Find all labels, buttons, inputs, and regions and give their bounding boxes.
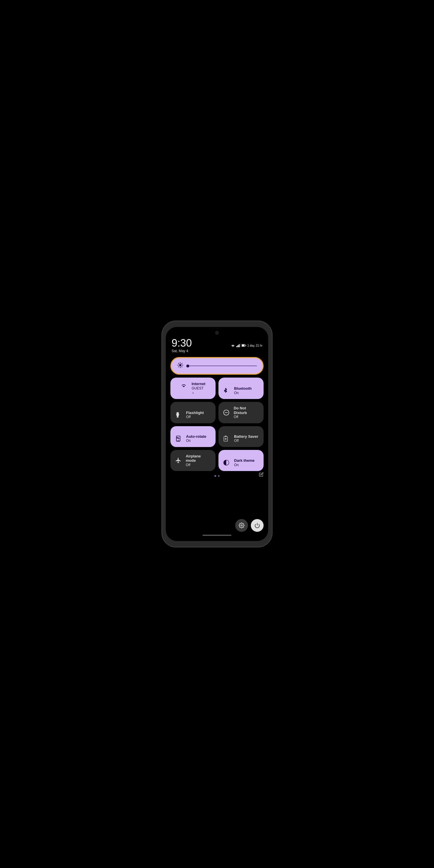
dnd-label: Do Not Disturb [234,406,259,415]
airplane-tile-text: Airplane mode Off [186,454,211,467]
auto-rotate-tile[interactable]: Auto-rotate On [170,426,216,447]
auto-rotate-icon [175,435,183,442]
brightness-track[interactable] [186,365,257,366]
signal-icon [237,344,241,347]
quick-settings-panel: Internet GUEST › [166,354,268,482]
bluetooth-tile[interactable]: Bluetooth On [218,378,264,399]
svg-line-14 [179,367,179,367]
svg-rect-6 [246,345,246,346]
auto-rotate-label: Auto-rotate [186,434,206,439]
bottom-buttons [166,519,268,535]
flashlight-tile-content: Flashlight Off [175,410,211,419]
dark-theme-label: Dark theme [234,458,255,463]
edit-icon[interactable] [259,472,264,478]
wifi-icon [181,383,189,389]
battery-status-icon [242,344,246,347]
svg-line-15 [182,363,182,364]
camera-notch [215,331,219,335]
svg-line-12 [179,363,179,364]
svg-point-27 [241,525,243,526]
page-dot-2 [218,475,220,477]
flashlight-tile-text: Flashlight Off [186,410,204,419]
flashlight-icon [175,412,183,418]
flashlight-tile[interactable]: Flashlight Off [170,402,216,423]
dark-theme-tile[interactable]: Dark theme On [218,450,264,471]
bluetooth-tile-text: Bluetooth On [234,386,252,395]
auto-rotate-tile-text: Auto-rotate On [186,434,206,443]
flashlight-sub: Off [186,415,204,419]
brightness-icon [177,362,183,370]
internet-label: Internet [191,382,206,386]
battery-saver-sub: Off [234,439,258,443]
dark-theme-tile-text: Dark theme On [234,458,255,467]
status-icons: 1 day, 21 hr [230,344,262,347]
svg-marker-17 [176,414,179,416]
svg-rect-18 [177,416,179,417]
dark-theme-tile-content: Dark theme On [223,458,259,467]
bluetooth-icon [223,388,231,394]
bluetooth-label: Bluetooth [234,386,252,391]
brightness-thumb[interactable] [186,365,189,368]
svg-rect-5 [242,345,245,346]
bluetooth-tile-content: Bluetooth On [223,386,259,395]
flashlight-label: Flashlight [186,410,204,415]
airplane-label: Airplane mode [186,454,211,463]
auto-rotate-sub: On [186,439,206,443]
battery-saver-tile[interactable]: Battery Saver Off [218,426,264,447]
internet-tile-content: Internet GUEST [181,382,206,390]
svg-line-13 [182,367,182,367]
internet-tile-text: Internet GUEST [191,382,206,390]
brightness-tile[interactable] [170,357,264,375]
airplane-tile-content: Airplane mode Off [175,454,211,467]
airplane-sub: Off [186,463,211,467]
battery-saver-label: Battery Saver [234,434,258,439]
battery-saver-tile-text: Battery Saver Off [234,434,258,443]
phone-screen: 9:30 Sat, May 4 [166,327,268,541]
svg-rect-2 [239,344,240,347]
settings-button[interactable] [235,519,248,532]
airplane-mode-tile[interactable]: Airplane mode Off [170,450,216,471]
battery-text: 1 day, 21 hr [247,344,262,347]
battery-saver-tile-content: Battery Saver Off [223,434,259,443]
bottom-area [166,482,268,541]
svg-rect-0 [237,346,237,347]
do-not-disturb-icon [223,409,231,416]
clock: 9:30 [172,338,192,348]
dnd-sub: Off [234,415,259,419]
battery-saver-icon [223,435,231,442]
internet-tile[interactable]: Internet GUEST › [170,378,216,399]
dnd-tile-content: Do Not Disturb Off [223,406,259,419]
phone-frame: 9:30 Sat, May 4 [162,321,272,547]
svg-point-7 [179,364,181,366]
svg-rect-16 [177,412,179,414]
svg-rect-3 [240,344,241,347]
svg-rect-1 [238,345,239,347]
airplane-icon [175,457,183,464]
page-dot-1 [214,475,216,477]
home-bar[interactable] [203,535,231,536]
bluetooth-sub: On [234,391,252,395]
internet-chevron-icon: › [192,390,194,395]
date: Sat, May 4 [172,349,192,353]
wifi-status-icon [230,344,235,347]
page-dots-row [170,471,264,479]
do-not-disturb-tile[interactable]: Do Not Disturb Off [218,402,264,423]
dnd-tile-text: Do Not Disturb Off [234,406,259,419]
dark-theme-icon [223,460,231,466]
power-button[interactable] [251,519,264,532]
quick-tiles-grid: Internet GUEST › [170,378,264,471]
dark-theme-sub: On [234,463,255,467]
svg-rect-23 [225,435,226,436]
internet-sub: GUEST [191,386,206,390]
auto-rotate-tile-content: Auto-rotate On [175,434,211,443]
